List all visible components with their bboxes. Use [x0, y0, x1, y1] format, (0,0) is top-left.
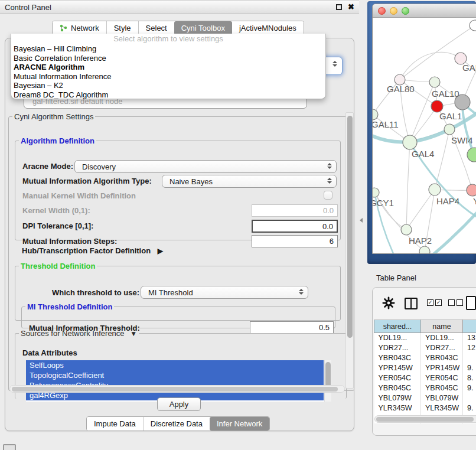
combo-stepper-icon	[298, 289, 304, 295]
deselect-all-icon[interactable]	[448, 299, 463, 306]
node-GCY1[interactable]	[373, 188, 379, 197]
tab-impute-data[interactable]: Impute Data	[87, 417, 143, 431]
network-icon	[60, 24, 67, 32]
tab-style[interactable]: Style	[106, 21, 138, 35]
table-cell: YBR045C	[374, 383, 421, 393]
aracne-mode-combobox[interactable]: Discovery	[74, 160, 337, 173]
which-threshold-label: Which threshold to use:	[52, 288, 139, 297]
table-row[interactable]: YBR045CYBR045C9.	[374, 383, 476, 393]
table-cell: 9.	[463, 383, 476, 393]
threshold-definition-group: Threshold Definition Which threshold to …	[15, 262, 341, 321]
node-HAP2[interactable]	[401, 224, 412, 235]
window-zoom-icon[interactable]	[402, 7, 409, 15]
tab-network[interactable]: Network	[53, 21, 106, 35]
mi-steps-input[interactable]: 6	[252, 235, 338, 247]
table-cell: YLR345W	[374, 403, 421, 413]
control-panel-titlebar: Control Panel ✖	[0, 0, 359, 14]
table-row[interactable]: YLR345WYLR345W9.	[374, 403, 476, 413]
column-header-name[interactable]: name	[421, 320, 463, 333]
table-cell: 13	[463, 333, 476, 343]
list-scrollbar[interactable]	[324, 360, 331, 402]
table-row[interactable]: YDR27...YDR27...12	[374, 343, 476, 353]
algorithm-option-aracne[interactable]: ARACNE Algorithm	[11, 63, 325, 72]
node-label-GAL11: GAL11	[373, 119, 399, 129]
window-minimize-icon[interactable]	[390, 7, 397, 15]
table-cell: YER054C	[421, 373, 463, 383]
table-row[interactable]: YER054CYER054C8.	[374, 373, 476, 383]
node-label-GAL80: GAL80	[387, 84, 415, 94]
manual-kernel-checkbox[interactable]	[324, 191, 332, 200]
algorithm-option-dream8[interactable]: Dream8 DC_TDC Algorithm	[11, 90, 325, 100]
close-icon[interactable]: ✖	[348, 4, 354, 10]
gear-icon[interactable]	[382, 296, 395, 309]
apply-button[interactable]: Apply	[157, 397, 201, 411]
table-row[interactable]: YDL19...YDL19...13	[374, 333, 476, 343]
node-top-partial[interactable]	[470, 20, 476, 31]
tab-select[interactable]: Select	[138, 21, 174, 35]
column-header-partial[interactable]	[463, 320, 476, 333]
algorithm-definition-legend: Algorithm Definition	[19, 136, 96, 145]
node-red-selected[interactable]	[431, 100, 443, 112]
algorithm-dropdown-popup: Select algorithm to view settings Bayesi…	[11, 34, 326, 99]
restore-icon[interactable]	[336, 4, 342, 10]
column-header-shared-name[interactable]: shared...	[374, 320, 421, 333]
tab-cyni-toolbox[interactable]: Cyni Toolbox	[174, 21, 232, 35]
table-cell: YBR043C	[421, 353, 463, 363]
algorithm-option-bayesian-k2[interactable]: Bayesian – K2	[11, 81, 325, 90]
cyni-algorithm-settings-legend: Cyni Algorithm Settings	[12, 112, 95, 121]
dpi-tolerance-label: DPI Tolerance [0,1]:	[22, 221, 93, 230]
node-SWI4[interactable]	[444, 124, 455, 135]
settings-horizontal-scrollbar[interactable]	[9, 385, 345, 393]
mi-type-combobox[interactable]: Naive Bayes	[162, 175, 337, 188]
table-row[interactable]: YPR145WYPR145W9.	[374, 363, 476, 373]
table-cell: YBL079W	[421, 393, 463, 403]
page-icon[interactable]	[466, 296, 476, 310]
splitter-collapse-icon[interactable]	[360, 218, 363, 223]
table-cell: 9.	[463, 363, 476, 373]
node-bottom-partial[interactable]	[419, 246, 430, 254]
network-canvas[interactable]: GALGAL80GAL10GAL1GAL11SWI4GAL4GCY1HAP4YH…	[373, 18, 476, 254]
tab-infer-network[interactable]: Infer Network	[210, 417, 269, 431]
expanded-arrow-icon: ▼	[130, 330, 137, 338]
node-pink-right[interactable]	[467, 184, 476, 196]
combo-stepper-icon	[327, 163, 332, 169]
table-horizontal-scrollbar[interactable]	[374, 415, 476, 423]
node-label-GAL: GAL	[462, 63, 476, 73]
dpi-tolerance-input[interactable]: 0.0	[252, 220, 338, 233]
data-attributes-label: Data Attributes	[22, 348, 77, 357]
node-GAL4[interactable]	[403, 135, 417, 149]
tab-jactivemnodules[interactable]: jActiveMNodules	[232, 21, 304, 35]
table-cell: YBR045C	[421, 383, 463, 393]
settings-vertical-scrollbar[interactable]	[345, 112, 354, 389]
data-attributes-list[interactable]: SelfLoops TopologicalCoefficient Between…	[26, 360, 331, 402]
table-horizontal-scrollbar-thumb[interactable]	[376, 417, 474, 422]
network-window-titlebar[interactable]	[373, 4, 476, 18]
aracne-mode-value: Discovery	[82, 162, 116, 171]
floating-panel-icon[interactable]	[3, 444, 16, 450]
table-row[interactable]: YBL079WYBL079W	[374, 393, 476, 403]
table-cell: YER054C	[374, 373, 421, 383]
table-cell: YPR145W	[421, 363, 463, 373]
node-green-bright[interactable]	[467, 148, 476, 162]
which-threshold-value: MI Threshold	[148, 288, 193, 297]
table-row[interactable]: YBR043CYBR043C	[374, 353, 476, 363]
settings-vertical-scrollbar-thumb[interactable]	[347, 116, 353, 338]
list-item[interactable]: TopologicalCoefficient	[26, 370, 324, 380]
node-label-SWI4: SWI4	[451, 135, 473, 145]
kernel-width-input[interactable]: 0.0	[252, 204, 338, 217]
window-close-icon[interactable]	[378, 7, 386, 15]
tab-discretize-data[interactable]: Discretize Data	[143, 417, 210, 431]
list-item[interactable]: SelfLoops	[26, 360, 324, 370]
algorithm-option-mutual-information[interactable]: Mutual Information Inference	[11, 72, 325, 81]
algorithm-option-basic-correlation[interactable]: Basic Correlation Inference	[11, 54, 325, 63]
node-GAL10[interactable]	[429, 77, 440, 87]
select-all-icon[interactable]: ✓ ✓	[427, 299, 442, 306]
sources-legend[interactable]: Sources for Network Inference ▼	[19, 329, 139, 338]
node-HAP4[interactable]	[429, 184, 441, 195]
settings-horizontal-scrollbar-thumb[interactable]	[12, 387, 338, 392]
which-threshold-combobox[interactable]: MI Threshold	[141, 286, 308, 299]
algorithm-option-bayesian-hill-climbing[interactable]: Bayesian – Hill Climbing	[11, 44, 325, 54]
columns-icon[interactable]	[405, 298, 418, 309]
hub-definition-toggle[interactable]: Hub/Transcription Factor Definition ▶	[22, 246, 163, 255]
kernel-width-label: Kernel Width (0,1):	[22, 206, 90, 215]
